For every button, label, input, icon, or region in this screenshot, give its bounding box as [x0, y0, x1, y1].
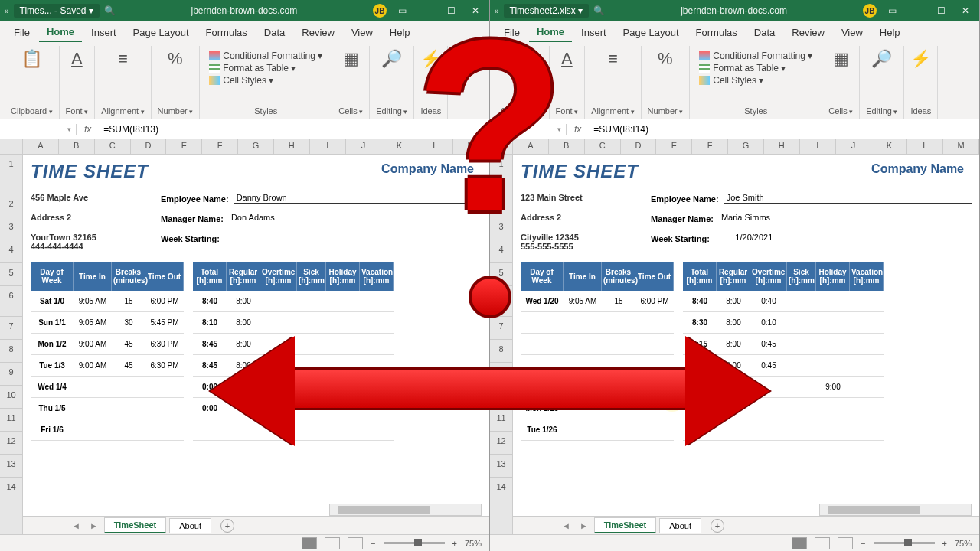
- page-layout-view-icon[interactable]: [325, 537, 340, 549]
- row-header-8[interactable]: 8: [0, 340, 22, 363]
- table-row[interactable]: [521, 312, 674, 334]
- tab-nav-prev[interactable]: ◄: [559, 521, 573, 530]
- row-header-10[interactable]: 10: [0, 386, 22, 409]
- avatar[interactable]: JB: [373, 4, 387, 18]
- minimize-icon[interactable]: —: [907, 5, 926, 16]
- employee-name-value[interactable]: Joe Smith: [724, 193, 972, 204]
- week-starting-value[interactable]: 1/20/2021: [714, 233, 791, 243]
- menu-review[interactable]: Review: [294, 24, 342, 41]
- menu-page-layout[interactable]: Page Layout: [616, 24, 687, 41]
- close-icon[interactable]: ✕: [466, 5, 485, 16]
- menu-view[interactable]: View: [344, 24, 381, 41]
- col-header-H[interactable]: H: [274, 139, 310, 154]
- col-header-A[interactable]: A: [513, 139, 549, 154]
- sheet-tab-timesheet[interactable]: TimeSheet: [594, 517, 656, 533]
- row-header-6[interactable]: 6: [0, 286, 22, 317]
- row-header-4[interactable]: 4: [0, 240, 22, 263]
- table-row[interactable]: Tue 1/39:00 AM456:30 PM: [31, 355, 184, 377]
- maximize-icon[interactable]: ☐: [932, 5, 950, 16]
- ribbon-group-editing[interactable]: 🔎 Editing: [860, 46, 904, 119]
- table-row[interactable]: 8:308:000:10: [683, 312, 884, 334]
- row-header-11[interactable]: 11: [490, 409, 512, 432]
- zoom-out-button[interactable]: −: [371, 539, 375, 548]
- page-break-view-icon[interactable]: [348, 537, 363, 549]
- cell-styles-button[interactable]: Cell Styles ▾: [209, 75, 273, 86]
- ribbon-group-cells[interactable]: ▦ Cells: [822, 46, 860, 119]
- sheet-tab-timesheet[interactable]: TimeSheet: [104, 517, 166, 533]
- menu-insert[interactable]: Insert: [573, 24, 614, 41]
- table-row[interactable]: 8:108:00: [193, 312, 394, 334]
- menu-view[interactable]: View: [834, 24, 871, 41]
- row-header-8[interactable]: 8: [490, 340, 512, 363]
- formula-input[interactable]: =SUM(I8:I14): [589, 122, 979, 136]
- zoom-level[interactable]: 75%: [955, 539, 972, 548]
- ribbon-group-alignment[interactable]: ≡ Alignment: [95, 46, 151, 119]
- zoom-level[interactable]: 75%: [465, 539, 482, 548]
- search-icon[interactable]: 🔍: [104, 5, 116, 16]
- name-box[interactable]: ▾: [490, 124, 567, 135]
- zoom-in-button[interactable]: +: [452, 539, 457, 548]
- chevron-right-icon[interactable]: »: [495, 7, 499, 15]
- row-header-2[interactable]: 2: [0, 194, 22, 217]
- row-header-4[interactable]: 4: [490, 240, 512, 263]
- col-header-F[interactable]: F: [692, 139, 728, 154]
- row-header-14[interactable]: 14: [490, 478, 512, 500]
- table-row[interactable]: Sun 1/19:05 AM305:45 PM: [31, 312, 184, 334]
- col-header-I[interactable]: I: [310, 139, 346, 154]
- menu-home[interactable]: Home: [529, 23, 572, 42]
- search-icon[interactable]: 🔍: [593, 5, 605, 16]
- table-row[interactable]: Wed 1/209:05 AM156:00 PM: [521, 291, 674, 312]
- menu-review[interactable]: Review: [784, 24, 832, 41]
- row-header-5[interactable]: 5: [0, 263, 22, 286]
- manager-name-value[interactable]: Don Adams: [228, 213, 482, 223]
- row-header-13[interactable]: 13: [0, 455, 22, 478]
- col-header-E[interactable]: E: [656, 139, 692, 154]
- chevron-right-icon[interactable]: »: [5, 7, 9, 15]
- col-header-E[interactable]: E: [166, 139, 202, 154]
- ribbon-group-number[interactable]: % Number: [642, 46, 691, 119]
- col-header-M[interactable]: M: [453, 139, 489, 154]
- close-icon[interactable]: ✕: [956, 5, 975, 16]
- week-starting-value[interactable]: [224, 233, 301, 243]
- col-header-A[interactable]: A: [23, 139, 59, 154]
- manager-name-value[interactable]: Maria Simms: [718, 213, 972, 223]
- document-title[interactable]: Times... - Saved ▾: [14, 4, 100, 18]
- menu-help[interactable]: Help: [382, 24, 418, 41]
- sheet-tab-about[interactable]: About: [659, 518, 701, 533]
- menu-home[interactable]: Home: [39, 23, 82, 42]
- normal-view-icon[interactable]: [792, 537, 807, 549]
- conditional-formatting-button[interactable]: Conditional Formatting ▾: [209, 51, 322, 61]
- table-row[interactable]: [521, 334, 674, 355]
- tab-nav-next[interactable]: ►: [577, 521, 591, 530]
- col-header-L[interactable]: L: [907, 139, 943, 154]
- menu-file[interactable]: File: [6, 24, 38, 41]
- table-row[interactable]: Sat 1/09:05 AM156:00 PM: [31, 291, 184, 312]
- zoom-in-button[interactable]: +: [942, 539, 947, 548]
- col-header-C[interactable]: C: [585, 139, 621, 154]
- page-break-view-icon[interactable]: [838, 537, 853, 549]
- table-row[interactable]: Wed 1/4: [31, 377, 184, 398]
- col-header-G[interactable]: G: [238, 139, 274, 154]
- row-header-12[interactable]: 12: [490, 432, 512, 455]
- row-header-3[interactable]: 3: [0, 217, 22, 240]
- menu-file[interactable]: File: [496, 24, 528, 41]
- row-header-7[interactable]: 7: [490, 317, 512, 340]
- col-header-L[interactable]: L: [417, 139, 453, 154]
- ribbon-display-icon[interactable]: ▭: [883, 5, 901, 16]
- ribbon-display-icon[interactable]: ▭: [393, 5, 411, 16]
- normal-view-icon[interactable]: [302, 537, 317, 549]
- table-row[interactable]: Thu 1/5: [31, 398, 184, 419]
- ribbon-group-font[interactable]: A Font: [550, 46, 586, 119]
- zoom-slider[interactable]: [384, 542, 445, 544]
- menu-data[interactable]: Data: [256, 24, 292, 41]
- col-header-K[interactable]: K: [381, 139, 417, 154]
- menu-page-layout[interactable]: Page Layout: [126, 24, 197, 41]
- conditional-formatting-button[interactable]: Conditional Formatting ▾: [699, 51, 812, 61]
- menu-formulas[interactable]: Formulas: [198, 24, 255, 41]
- row-header-13[interactable]: 13: [490, 455, 512, 478]
- col-header-D[interactable]: D: [621, 139, 657, 154]
- row-header-9[interactable]: 9: [0, 363, 22, 386]
- ribbon-group-ideas[interactable]: ⚡ Ideas: [904, 46, 938, 119]
- table-row[interactable]: 8:408:000:40: [683, 291, 884, 312]
- col-header-B[interactable]: B: [549, 139, 585, 154]
